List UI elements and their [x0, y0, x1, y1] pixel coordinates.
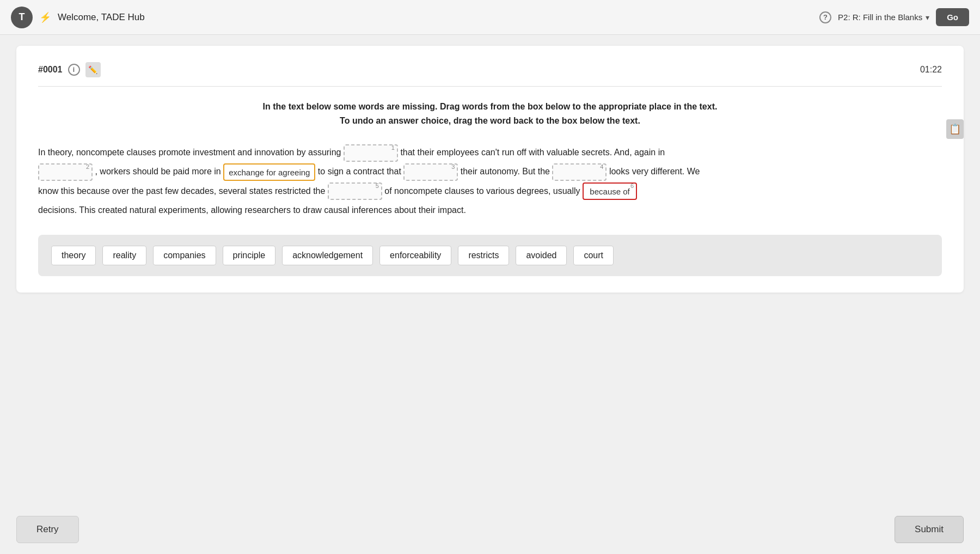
word-chip[interactable]: principle — [223, 246, 276, 265]
passage-text-8: of noncompete clauses to various degrees… — [384, 186, 583, 196]
blank-slot-1[interactable]: 1 — [344, 144, 398, 162]
word-chip[interactable]: enforceability — [379, 246, 451, 265]
header-right: ? P2: R: Fill in the Blanks ▾ Go — [819, 8, 969, 26]
instructions-line1: In the text below some words are missing… — [38, 100, 942, 114]
info-icon[interactable]: i — [68, 64, 80, 76]
word-chip[interactable]: acknowledgement — [282, 246, 373, 265]
submit-button[interactable]: Submit — [895, 516, 964, 543]
passage-text-4: to sign a contract that — [318, 167, 403, 176]
timer: 01:22 — [920, 65, 942, 75]
blank-number-6: 6 — [630, 179, 634, 192]
word-chip[interactable]: companies — [153, 246, 216, 265]
word-chip[interactable]: restricts — [458, 246, 509, 265]
blank-number-1: 1 — [391, 141, 395, 154]
card-divider — [38, 86, 942, 87]
bottom-bar: Retry Submit — [0, 505, 980, 554]
retry-button[interactable]: Retry — [16, 516, 79, 543]
blank-number-3: 3 — [451, 160, 455, 173]
avatar: T — [11, 7, 33, 28]
passage-text-7: know this because over the past few deca… — [38, 186, 328, 196]
clipboard-icon: 📋 — [946, 119, 964, 139]
word-chip[interactable]: avoided — [516, 246, 567, 265]
header: T ⚡ Welcome, TADE Hub ? P2: R: Fill in t… — [0, 0, 980, 35]
word-chip[interactable]: reality — [102, 246, 146, 265]
blank-number-4: 4 — [600, 160, 603, 173]
bolt-icon: ⚡ — [39, 11, 51, 23]
passage-text-2: that their employees can't run off with … — [400, 148, 665, 157]
mode-label: P2: R: Fill in the Blanks — [838, 13, 922, 22]
question-number: #0001 — [38, 65, 63, 75]
blank-slot-4[interactable]: 4 — [552, 163, 607, 181]
instructions-line2: To undo an answer choice, drag the word … — [38, 114, 942, 128]
word-chip[interactable]: court — [573, 246, 614, 265]
blank-filled-text-red: because of — [590, 182, 629, 200]
instructions: In the text below some words are missing… — [38, 100, 942, 127]
blank-number-2: 2 — [86, 160, 89, 173]
blank-slot-5[interactable]: 5 — [328, 182, 382, 200]
blank-number-5: 5 — [376, 179, 379, 192]
passage-text-9: decisions. This created natural experime… — [38, 205, 466, 215]
passage-text-5: their autonomy. But the — [461, 167, 553, 176]
chevron-down-icon: ▾ — [926, 13, 929, 22]
blank-slot-3[interactable]: 3 — [403, 163, 458, 181]
welcome-text: Welcome, TADE Hub — [58, 12, 145, 23]
card-top-left: #0001 i ✏️ — [38, 62, 101, 77]
word-chip[interactable]: theory — [51, 246, 96, 265]
question-card: #0001 i ✏️ 01:22 In the text below some … — [16, 46, 964, 293]
blank-slot-filled-orange[interactable]: exchange for agreeing — [223, 163, 315, 181]
header-left: T ⚡ Welcome, TADE Hub — [11, 7, 145, 28]
mode-selector[interactable]: P2: R: Fill in the Blanks ▾ — [838, 13, 929, 22]
blank-slot-2[interactable]: 2 — [38, 163, 93, 181]
card-top-bar: #0001 i ✏️ 01:22 — [38, 62, 942, 77]
passage-text-1: In theory, noncompete clauses promote in… — [38, 148, 341, 157]
blank-filled-text-orange: exchange for agreeing — [229, 163, 310, 181]
passage-text-6: looks very different. We — [609, 167, 700, 176]
passage-text-3: , workers should be paid more in — [95, 167, 223, 176]
word-bank: theoryrealitycompaniesprincipleacknowled… — [38, 235, 942, 276]
help-icon: ? — [819, 11, 831, 23]
blank-slot-filled-red[interactable]: because of 6 — [583, 182, 637, 200]
go-button[interactable]: Go — [936, 8, 969, 26]
passage-text: In theory, noncompete clauses promote in… — [38, 143, 942, 220]
main-content: 📋 #0001 i ✏️ 01:22 In the text below som… — [0, 35, 980, 505]
edit-icon[interactable]: ✏️ — [85, 62, 101, 77]
